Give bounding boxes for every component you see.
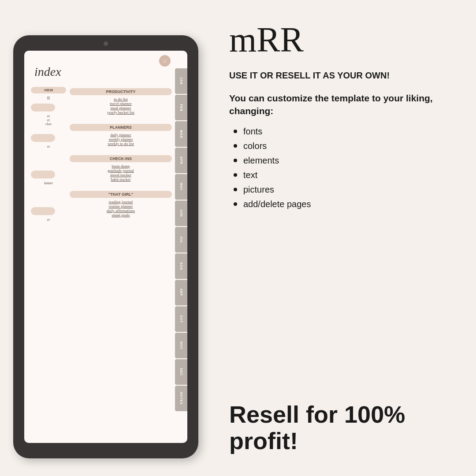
resell-line1: Resell for 100% bbox=[229, 401, 405, 428]
tg-item-2[interactable]: routine planner bbox=[70, 204, 172, 208]
plan-item-2[interactable]: weekly planner bbox=[70, 137, 172, 141]
check-item-3[interactable]: mood tracker bbox=[70, 173, 172, 177]
month-jun[interactable]: JUN bbox=[175, 201, 187, 226]
left-item-6: lanner bbox=[31, 181, 66, 185]
bullet-elements: elements bbox=[234, 156, 454, 166]
check-item-4[interactable]: habit tracker bbox=[70, 177, 172, 182]
month-oct[interactable]: OCT bbox=[175, 306, 187, 332]
bullet-label-pictures: pictures bbox=[243, 185, 274, 195]
left-panel: JAN FEB MAR APR MAY JUN JUL AUG SEP OCT … bbox=[0, 0, 212, 476]
tg-item-3[interactable]: daily affirmations bbox=[70, 208, 172, 213]
month-may[interactable]: MAY bbox=[175, 174, 187, 200]
right-panel: mRR USE IT OR RESELL IT AS YOUR OWN! You… bbox=[212, 0, 476, 476]
check-item-1[interactable]: brain dump bbox=[70, 164, 172, 168]
tagline: USE IT OR RESELL IT AS YOUR OWN! bbox=[229, 70, 454, 81]
bullet-label-text: text bbox=[243, 170, 257, 180]
left-section-blank1: er et cker bbox=[31, 104, 66, 126]
left-section-blank3: lanner bbox=[31, 171, 66, 185]
left-section-view: VIEW er bbox=[31, 87, 66, 99]
resell-line2: profit! bbox=[229, 428, 298, 454]
bullet-pictures: pictures bbox=[234, 185, 454, 195]
month-feb[interactable]: FEB bbox=[175, 95, 187, 120]
prod-item-1[interactable]: to do list bbox=[70, 97, 172, 101]
left-badge-blank4 bbox=[31, 207, 55, 215]
bullet-text: text bbox=[234, 170, 454, 180]
month-tabs: JAN FEB MAR APR MAY JUN JUL AUG SEP OCT … bbox=[175, 68, 187, 411]
left-item-1: er bbox=[31, 95, 66, 99]
bullet-dot-3 bbox=[234, 159, 237, 162]
tablet-device: JAN FEB MAR APR MAY JUN JUL AUG SEP OCT … bbox=[13, 35, 198, 458]
planner-left-col: VIEW er er et cker er bbox=[31, 87, 66, 226]
bullet-label-elements: elements bbox=[243, 156, 279, 166]
plan-item-1[interactable]: daily planner bbox=[70, 133, 172, 137]
features-list: fonts colors elements text pictures add/… bbox=[234, 126, 454, 214]
planner-right-col: PRODUCTIVITY to do list travel planner m… bbox=[70, 87, 172, 226]
bullet-colors: colors bbox=[234, 141, 454, 151]
index-title: index bbox=[34, 65, 172, 79]
bullet-dot-5 bbox=[234, 188, 237, 191]
bullet-dot-6 bbox=[234, 202, 237, 206]
left-badge-blank bbox=[31, 104, 55, 112]
bullet-pages: add/delete pages bbox=[234, 199, 454, 209]
month-dec[interactable]: DEC bbox=[175, 359, 187, 385]
month-nov[interactable]: NOV bbox=[175, 333, 187, 358]
prod-item-3[interactable]: meal planner bbox=[70, 106, 172, 110]
left-badge-blank3 bbox=[31, 171, 55, 178]
bullet-dot-4 bbox=[234, 173, 237, 177]
resell-text: Resell for 100% profit! bbox=[229, 402, 454, 454]
left-section-blank2: er bbox=[31, 130, 66, 149]
left-item-5: er bbox=[31, 145, 66, 149]
home-icon[interactable]: ⌂ bbox=[159, 55, 171, 67]
month-aug[interactable]: AUG bbox=[175, 253, 187, 279]
bullet-label-colors: colors bbox=[243, 141, 267, 151]
plan-item-3[interactable]: weekly to do list bbox=[70, 141, 172, 146]
checkins-section: CHECK-INS brain dump gratitude journal m… bbox=[70, 154, 172, 182]
prod-item-2[interactable]: travel planner bbox=[70, 101, 172, 106]
month-jan[interactable]: JAN bbox=[175, 68, 187, 94]
month-sep[interactable]: SEP bbox=[175, 280, 187, 305]
mrr-logo: mRR bbox=[229, 22, 454, 57]
thatgirl-badge[interactable]: "THAT GIRL" bbox=[70, 191, 172, 198]
planner-content: ⌂ index VIEW er er et bbox=[24, 51, 187, 443]
bullet-dot-2 bbox=[234, 144, 237, 148]
bullet-label-fonts: fonts bbox=[243, 126, 262, 137]
planners-badge[interactable]: PLANNERS bbox=[70, 124, 172, 131]
bullet-label-pages: add/delete pages bbox=[243, 199, 311, 209]
bullet-fonts: fonts bbox=[234, 126, 454, 137]
left-item-4: cker bbox=[31, 122, 66, 126]
prod-item-4[interactable]: yearly bucket list bbox=[70, 110, 172, 115]
checkins-badge[interactable]: CHECK-INS bbox=[70, 155, 172, 162]
customize-heading: You can customize the template to your l… bbox=[229, 92, 454, 118]
month-mar[interactable]: MAR bbox=[175, 121, 187, 147]
left-item-7: er bbox=[31, 218, 66, 222]
tablet-camera bbox=[104, 41, 108, 46]
planners-section: PLANNERS daily planner weekly planner we… bbox=[70, 123, 172, 146]
month-apr[interactable]: APR bbox=[175, 148, 187, 173]
left-badge-blank2 bbox=[31, 134, 55, 142]
left-section-blank4: er bbox=[31, 207, 66, 222]
left-item-2: er bbox=[31, 114, 66, 118]
bullet-dot-1 bbox=[234, 130, 237, 133]
productivity-section: PRODUCTIVITY to do list travel planner m… bbox=[70, 87, 172, 115]
month-notes[interactable]: NOTES bbox=[175, 386, 187, 411]
thatgirl-section: "THAT GIRL" reading journal routine plan… bbox=[70, 190, 172, 217]
check-item-2[interactable]: gratitude journal bbox=[70, 168, 172, 173]
mrr-logo-text: mRR bbox=[229, 20, 304, 59]
tg-item-1[interactable]: reading journal bbox=[70, 200, 172, 204]
tablet-screen: JAN FEB MAR APR MAY JUN JUL AUG SEP OCT … bbox=[24, 51, 187, 443]
productivity-badge[interactable]: PRODUCTIVITY bbox=[70, 88, 172, 95]
month-jul[interactable]: JUL bbox=[175, 227, 187, 253]
view-badge[interactable]: VIEW bbox=[31, 87, 66, 93]
tg-item-4[interactable]: smart goals bbox=[70, 213, 172, 217]
left-item-3: et bbox=[31, 118, 66, 122]
